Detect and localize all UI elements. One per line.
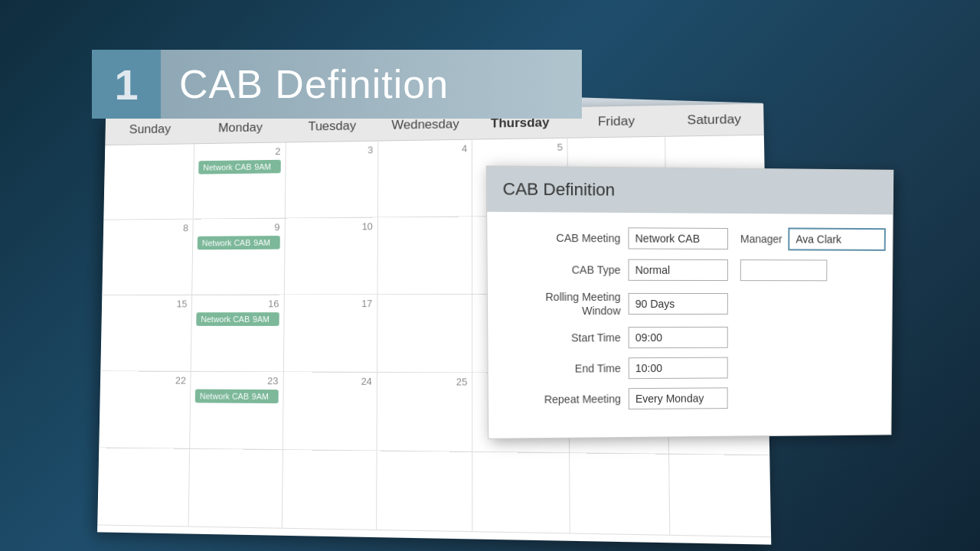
start-time-label: Start Time [504,331,629,345]
calendar-cell [103,144,194,220]
calendar-cell [570,453,671,536]
cab-definition-dialog: CAB Definition CAB Meeting Manager CAB T… [486,165,894,439]
step-banner: 1 CAB Definition [92,50,582,119]
day-header-friday: Friday [568,106,665,138]
dialog-title: CAB Definition [503,179,616,200]
start-time-input[interactable] [629,327,728,348]
calendar-cell: 25 [377,373,472,452]
calendar-cell [377,295,472,373]
cab-type-input[interactable] [629,259,728,281]
day-header-sunday: Sunday [105,114,195,145]
start-time-row: Start Time [504,327,877,349]
step-number: 1 [92,50,161,119]
calendar-cell: 3 [285,142,378,219]
calendar-cell [669,455,771,537]
calendar-cell [282,450,377,530]
manager-section: Manager [740,227,886,251]
calendar-cell: 10 [284,217,377,295]
calendar-cell [472,452,570,534]
repeat-meeting-label: Repeat Meeting [504,392,628,406]
day-header-saturday: Saturday [665,104,763,136]
step-title: CAB Definition [179,61,449,107]
calendar-cell: 2 Network CAB 9AM [194,142,286,219]
calendar-cell: 16 Network CAB 9AM [191,295,285,372]
calendar-event[interactable]: Network CAB 9AM [195,390,278,404]
cab-type-row: CAB Type [503,259,877,281]
calendar-cell [97,448,190,527]
cab-type-label: CAB Type [503,262,628,277]
calendar-cell [377,451,473,532]
calendar-cell: 24 [283,372,377,451]
calendar-cell: 4 [378,140,472,218]
calendar-cell: 17 [283,295,377,373]
repeat-meeting-input[interactable] [629,388,728,410]
calendar-event[interactable]: Network CAB 9AM [198,236,279,249]
calendar-event[interactable]: Network CAB 9AM [199,160,281,174]
manager-extra-input[interactable] [740,259,828,281]
step-title-background: CAB Definition [161,50,582,119]
calendar-cell: 23 Network CAB 9AM [190,372,283,450]
end-time-label: End Time [504,361,629,376]
calendar-cell: 22 [99,371,191,448]
calendar-cell [189,449,283,529]
rolling-window-row: Rolling Meeting Window [504,290,877,318]
manager-input[interactable] [789,227,887,250]
repeat-meeting-row: Repeat Meeting [504,386,876,410]
calendar-cell: 15 [100,295,192,372]
calendar-event[interactable]: Network CAB 9AM [197,312,279,326]
dialog-body: CAB Meeting Manager CAB Type Rolling Mee… [487,212,893,439]
cab-meeting-label: CAB Meeting [503,230,628,245]
rolling-window-input[interactable] [629,293,728,315]
calendar-cell: 8 [102,220,194,295]
manager-extra-section [740,259,828,281]
cab-meeting-row: CAB Meeting Manager [503,226,877,251]
manager-label: Manager [740,233,782,245]
cab-meeting-input[interactable] [628,227,728,249]
dialog-header: CAB Definition [487,166,893,214]
calendar-cell: 9 Network CAB 9AM [192,219,285,295]
end-time-row: End Time [504,357,877,380]
rolling-window-label: Rolling Meeting Window [504,290,629,318]
end-time-input[interactable] [629,357,728,380]
calendar-cell [377,217,472,295]
